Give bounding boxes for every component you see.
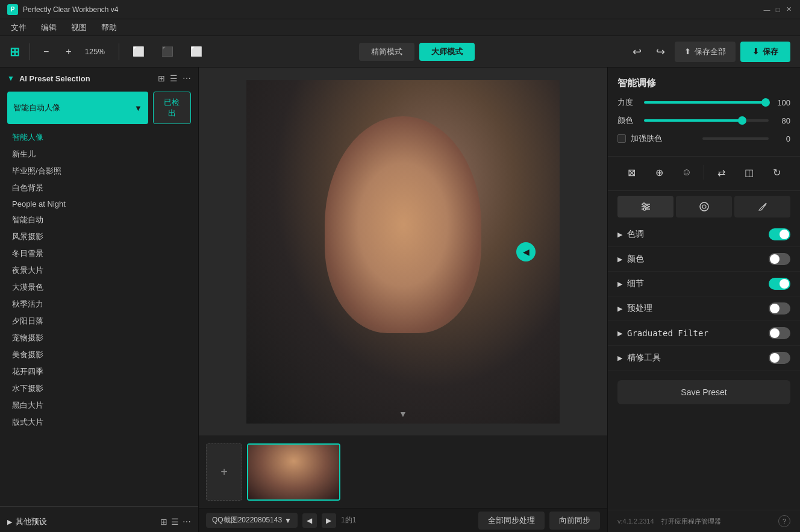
- expand-tool-button[interactable]: ⬜: [187, 43, 206, 60]
- skin-enhance-checkbox[interactable]: [617, 134, 626, 143]
- list-item[interactable]: 美食摄影: [7, 346, 191, 363]
- other-presets-title: 其他预设: [16, 516, 157, 527]
- other-grid-view-icon[interactable]: ⊞: [160, 517, 167, 527]
- sync-all-button[interactable]: 全部同步处理: [478, 512, 545, 530]
- tab-retouch[interactable]: [676, 196, 732, 217]
- compare-tool[interactable]: ◫: [738, 161, 760, 183]
- list-view-icon[interactable]: ☰: [170, 74, 178, 83]
- section-detail-toggle[interactable]: [769, 278, 790, 290]
- minimize-button[interactable]: —: [763, 5, 771, 14]
- list-item[interactable]: 智能人像: [7, 129, 191, 146]
- skin-enhance-slider[interactable]: [702, 137, 769, 140]
- zoom-in-button[interactable]: +: [62, 44, 75, 60]
- preset-dropdown[interactable]: 智能自动人像 ▼: [7, 92, 148, 124]
- list-item[interactable]: 智能自动: [7, 211, 191, 228]
- section-retouch-toggle[interactable]: [769, 352, 790, 364]
- section-tone-toggle[interactable]: [769, 228, 790, 240]
- save-preset-button[interactable]: Save Preset: [617, 380, 790, 404]
- grid-view-icon[interactable]: ⊞: [158, 74, 165, 83]
- section-graduated-filter[interactable]: ▶ Graduated Filter: [608, 321, 800, 346]
- other-more-icon[interactable]: ⋯: [183, 517, 191, 527]
- color-thumb[interactable]: [738, 116, 746, 125]
- align-tool[interactable]: ⊕: [648, 161, 670, 183]
- list-item[interactable]: 风景摄影: [7, 228, 191, 245]
- intensity-slider[interactable]: [644, 101, 769, 104]
- intensity-slider-row: 力度 100: [617, 97, 790, 108]
- skin-enhance-value: 0: [773, 134, 790, 143]
- smart-adjustment-section: 力度 100 颜色 80 加强肤色 0: [608, 97, 800, 156]
- redo-button[interactable]: ↪: [651, 43, 670, 61]
- list-item[interactable]: 大漠景色: [7, 279, 191, 296]
- filmstrip-thumbnail[interactable]: [247, 443, 340, 501]
- adjustment-tabs: [608, 191, 800, 222]
- section-graduated-knob: [770, 328, 780, 338]
- list-item[interactable]: 水下摄影: [7, 380, 191, 397]
- intensity-thumb[interactable]: [761, 98, 770, 107]
- section-color[interactable]: ▶ 颜色: [608, 247, 800, 272]
- list-item[interactable]: 黑白大片: [7, 397, 191, 414]
- list-item[interactable]: 白色背景: [7, 180, 191, 196]
- section-graduated-label: Graduated Filter: [627, 328, 769, 338]
- intensity-label: 力度: [617, 97, 639, 108]
- file-selector[interactable]: QQ截图20220805143 ▼: [206, 513, 298, 528]
- section-retouch-label: 精修工具: [627, 352, 769, 363]
- other-list-view-icon[interactable]: ☰: [171, 517, 179, 527]
- crop-tool-button[interactable]: ⬜: [129, 43, 148, 60]
- section-preprocess-toggle[interactable]: [769, 302, 790, 315]
- color-slider[interactable]: [644, 119, 769, 122]
- skin-enhance-label: 加强肤色: [631, 133, 698, 144]
- list-item[interactable]: 夕阳日落: [7, 313, 191, 330]
- tab-adjustments[interactable]: [617, 196, 673, 217]
- section-detail-knob: [780, 279, 789, 289]
- panel-collapse-icon[interactable]: ▼: [7, 74, 14, 83]
- section-detail-label: 细节: [627, 278, 769, 289]
- other-presets-row[interactable]: ▶ 其他预设 ⊞ ☰ ⋯: [0, 512, 198, 532]
- list-item[interactable]: 版式大片: [7, 414, 191, 431]
- section-preprocess[interactable]: ▶ 预处理: [608, 296, 800, 321]
- tab-brush[interactable]: [734, 196, 790, 217]
- image-area: ◀ ▼: [199, 67, 607, 436]
- save-button[interactable]: ⬇ 保存: [740, 42, 790, 62]
- master-mode-button[interactable]: 大师模式: [419, 43, 475, 61]
- intensity-fill: [644, 101, 769, 104]
- close-button[interactable]: ✕: [784, 5, 793, 14]
- list-item[interactable]: 宠物摄影: [7, 330, 191, 346]
- menu-help[interactable]: 帮助: [95, 21, 123, 34]
- add-image-button[interactable]: +: [206, 443, 242, 501]
- more-options-icon[interactable]: ⋯: [183, 74, 191, 83]
- section-detail[interactable]: ▶ 细节: [608, 272, 800, 296]
- section-graduated-toggle[interactable]: [769, 327, 790, 339]
- face-tool[interactable]: ☺: [676, 161, 698, 183]
- list-item[interactable]: 毕业照/合影照: [7, 163, 191, 180]
- scroll-down-icon: ▼: [399, 409, 407, 419]
- list-item[interactable]: 夜景大片: [7, 262, 191, 279]
- frame-tool-button[interactable]: ⬛: [158, 43, 177, 60]
- app-manager-link[interactable]: 打开应用程序管理器: [661, 517, 721, 526]
- menu-view[interactable]: 视图: [65, 21, 93, 34]
- list-item[interactable]: 新生儿: [7, 146, 191, 163]
- menu-file[interactable]: 文件: [5, 21, 33, 34]
- help-button[interactable]: ?: [778, 515, 790, 527]
- section-tone[interactable]: ▶ 色调: [608, 222, 800, 247]
- next-image-button[interactable]: ▶: [322, 513, 336, 528]
- list-item[interactable]: People at Night: [7, 196, 191, 211]
- flip-tool[interactable]: ⇄: [710, 161, 732, 183]
- section-color-toggle[interactable]: [769, 253, 790, 265]
- crop-adjust-tool[interactable]: ⊠: [620, 161, 642, 183]
- window-controls: — □ ✕: [763, 5, 793, 14]
- list-item[interactable]: 花开四季: [7, 363, 191, 380]
- menu-edit[interactable]: 编辑: [35, 21, 63, 34]
- section-retouch[interactable]: ▶ 精修工具: [608, 346, 800, 371]
- compare-handle[interactable]: ◀: [516, 242, 536, 261]
- sync-button[interactable]: 向前同步: [549, 512, 600, 530]
- zoom-out-button[interactable]: −: [40, 44, 52, 60]
- rotate-tool[interactable]: ↻: [766, 161, 787, 183]
- prev-image-button[interactable]: ◀: [302, 513, 317, 528]
- detect-button[interactable]: 已检出: [153, 92, 191, 124]
- list-item[interactable]: 秋季活力: [7, 296, 191, 313]
- simple-mode-button[interactable]: 精简模式: [359, 43, 414, 61]
- undo-button[interactable]: ↩: [628, 43, 646, 61]
- maximize-button[interactable]: □: [773, 5, 782, 14]
- list-item[interactable]: 冬日雪景: [7, 245, 191, 262]
- save-all-button[interactable]: ⬆ 保存全部: [675, 42, 736, 62]
